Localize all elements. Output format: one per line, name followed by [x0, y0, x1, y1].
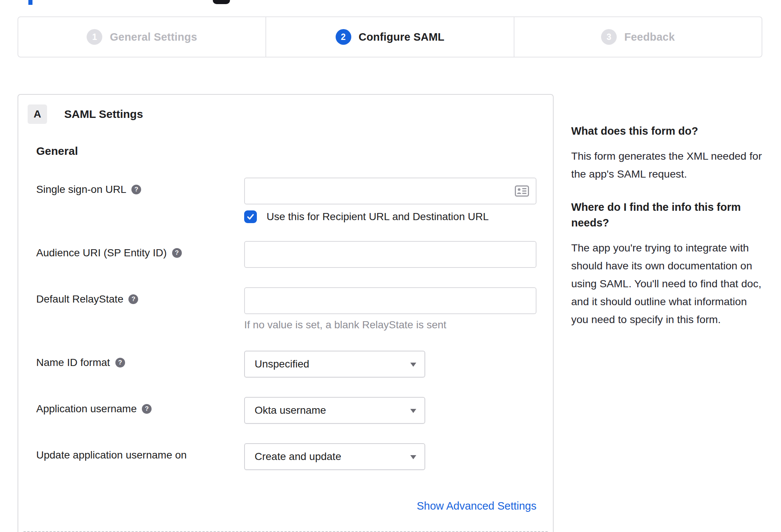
update-username-select[interactable]: Create and update [244, 443, 425, 470]
field-row-name-id-format: Name ID format ? Unspecified [36, 351, 553, 378]
recipient-url-checkbox[interactable] [244, 210, 257, 223]
step-general-settings[interactable]: 1 General Settings [18, 17, 265, 57]
step-number-badge: 3 [601, 29, 617, 45]
chevron-down-icon [410, 455, 416, 459]
update-username-label: Update application username on [36, 449, 187, 461]
field-label-row: Name ID format ? [36, 351, 244, 378]
field-row-update-username: Update application username on Create an… [36, 443, 553, 470]
field-label-row: Update application username on [36, 443, 244, 470]
field-row-relay-state: Default RelayState ? If no value is set,… [36, 287, 553, 331]
sso-url-input[interactable] [244, 178, 536, 204]
chevron-down-icon [410, 409, 416, 413]
app-username-select[interactable]: Okta username [244, 397, 425, 424]
panel-header: A SAML Settings [28, 104, 553, 124]
step-label: Configure SAML [359, 31, 445, 43]
field-label-row: Single sign-on URL ? [36, 178, 244, 223]
step-feedback[interactable]: 3 Feedback [514, 17, 762, 57]
step-label: Feedback [624, 31, 675, 43]
sidebar-heading-what: What does this form do? [571, 123, 765, 139]
app-username-label: Application username [36, 403, 137, 415]
saml-settings-panel: A SAML Settings General Single sign-on U… [18, 94, 554, 532]
saml-form: Single sign-on URL ? [36, 178, 553, 512]
help-icon[interactable]: ? [172, 248, 182, 258]
audience-uri-label: Audience URI (SP Entity ID) [36, 247, 167, 259]
step-label: General Settings [110, 31, 197, 43]
step-number-badge: 1 [87, 29, 102, 45]
step-configure-saml[interactable]: 2 Configure SAML [265, 17, 513, 57]
sidebar-body-what: This form generates the XML needed for t… [571, 147, 765, 183]
general-section-heading: General [36, 145, 553, 157]
cropped-page-header-accent [28, 0, 32, 5]
relay-state-input[interactable] [244, 287, 536, 314]
app-username-value: Okta username [255, 404, 326, 416]
relay-state-label: Default RelayState [36, 293, 123, 305]
chevron-down-icon [410, 363, 416, 367]
step-number-badge: 2 [336, 29, 351, 45]
section-a-badge: A [28, 104, 47, 124]
field-row-app-username: Application username ? Okta username [36, 397, 553, 424]
field-label-row: Audience URI (SP Entity ID) ? [36, 241, 244, 268]
field-label-row: Default RelayState ? [36, 287, 244, 331]
sidebar-body-where: The app you're trying to integrate with … [571, 239, 765, 328]
recipient-url-checkbox-row: Use this for Recipient URL and Destinati… [244, 210, 536, 223]
help-icon[interactable]: ? [115, 358, 125, 367]
sso-url-label: Single sign-on URL [36, 184, 126, 195]
name-id-format-label: Name ID format [36, 357, 110, 369]
sidebar-heading-where: Where do I find the info this form needs… [571, 199, 765, 231]
wizard-stepper: 1 General Settings 2 Configure SAML 3 Fe… [18, 16, 762, 57]
field-label-row: Application username ? [36, 397, 244, 424]
update-username-value: Create and update [255, 451, 341, 463]
help-icon[interactable]: ? [131, 185, 141, 194]
audience-uri-input[interactable] [244, 241, 536, 268]
panel-title: SAML Settings [64, 108, 143, 121]
recipient-url-checkbox-label: Use this for Recipient URL and Destinati… [267, 211, 489, 223]
help-sidebar: What does this form do? This form genera… [571, 123, 765, 345]
name-id-format-select[interactable]: Unspecified [244, 351, 425, 378]
relay-state-hint: If no value is set, a blank RelayState i… [244, 319, 536, 331]
field-row-sso-url: Single sign-on URL ? [36, 178, 553, 223]
name-id-format-value: Unspecified [255, 358, 309, 370]
advanced-settings-row: Show Advanced Settings [36, 500, 536, 512]
contact-card-icon [515, 185, 529, 197]
checkmark-icon [246, 212, 255, 221]
field-row-audience-uri: Audience URI (SP Entity ID) ? [36, 241, 553, 268]
help-icon[interactable]: ? [142, 404, 152, 414]
show-advanced-settings-link[interactable]: Show Advanced Settings [417, 500, 536, 512]
cropped-page-header-logo [213, 0, 230, 4]
help-icon[interactable]: ? [128, 294, 138, 304]
